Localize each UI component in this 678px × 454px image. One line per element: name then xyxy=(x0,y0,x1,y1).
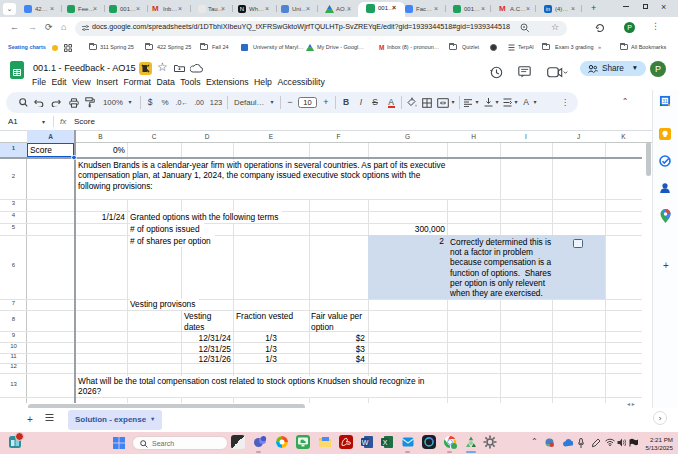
svg-text:X: X xyxy=(383,439,388,446)
svg-text:W: W xyxy=(362,439,369,446)
svg-text:31: 31 xyxy=(662,98,668,104)
